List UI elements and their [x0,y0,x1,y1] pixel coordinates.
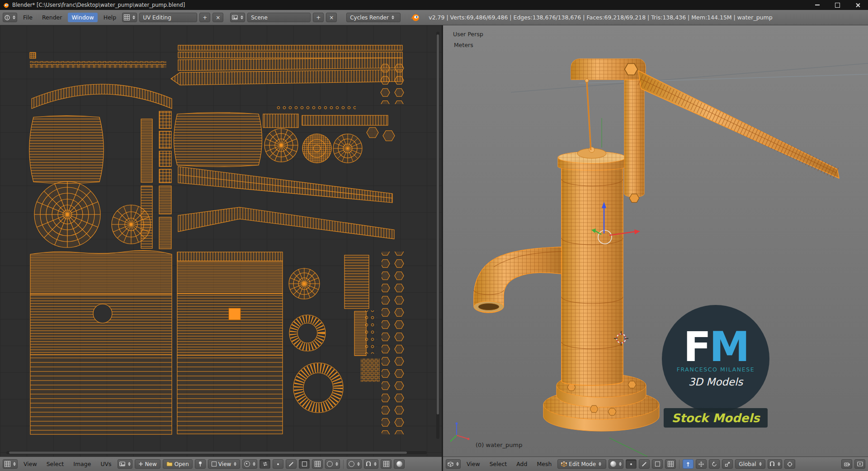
stock-models-text: Stock Models [671,411,760,425]
folder-icon [166,461,173,466]
select-mode-face-button[interactable] [652,459,663,469]
maximize-icon [835,3,840,8]
snap-toggle-button[interactable] [768,459,782,469]
render-opengl-button[interactable] [841,459,852,469]
scale-icon [725,461,730,467]
scene-name: Scene [251,14,268,21]
water-pump-mesh[interactable] [474,59,839,431]
dropdown-arrows-icon [234,462,236,466]
limit-to-visible-button[interactable] [665,459,676,469]
sticky-selection-select[interactable] [325,459,340,469]
editor-type-uv-button[interactable] [3,459,18,469]
uv-horizontal-scrollbar-thumb[interactable] [9,452,407,454]
image-new-button[interactable]: New [135,459,160,469]
uv-sync-selection-toggle[interactable] [259,459,270,469]
uv-display-mode-select[interactable]: View [208,459,240,469]
view3d-menu-view[interactable]: View [463,459,484,469]
edge-select-icon [642,462,646,466]
close-button[interactable] [848,0,868,10]
uv-select-face-button[interactable] [299,459,310,469]
menu-file[interactable]: File [19,13,36,22]
select-mode-edge-button[interactable] [639,459,650,469]
view3d-menu-add[interactable]: Add [513,459,531,469]
image-open-label: Open [175,461,189,467]
uv-select-island-button[interactable] [312,459,323,469]
menu-window[interactable]: Window [68,13,97,22]
pump-piston-rod [585,79,591,150]
view3d-menu-mesh[interactable]: Mesh [533,459,555,469]
dropdown-arrows-icon [13,462,16,466]
uv-editor-icon [5,461,10,467]
uv-horizontal-scrollbar[interactable] [6,451,427,454]
uv-image-editor[interactable] [0,25,442,457]
image-browse-button[interactable] [118,459,132,469]
image-new-label: New [145,461,157,467]
scopes-icon [396,461,402,467]
magnet-icon [769,461,775,467]
maximize-button[interactable] [827,0,848,10]
minimize-button[interactable] [807,0,827,10]
scene-browse-button[interactable] [230,13,245,22]
dropdown-arrows-icon [778,462,780,466]
uv-vertical-scrollbar-thumb[interactable] [437,34,439,414]
fm-logo-m: M [709,323,748,371]
uv-menu-select[interactable]: Select [43,459,68,469]
transform-orientation-select[interactable]: Global [735,459,765,469]
window-title: Blender* [C:\Users\franc\Desktop\water_p… [12,2,185,8]
uv-render-slot-button[interactable] [381,459,392,469]
fm-tagline: 3D Models [689,376,743,388]
screen-layout-name-field[interactable]: UV Editing [139,13,197,22]
manipulator-translate-button[interactable] [696,459,707,469]
image-open-button[interactable]: Open [163,459,193,469]
viewport-3d[interactable]: User Persp Meters (0) water_pump FM FRAN… [443,25,868,457]
render-opengl-anim-button[interactable] [854,459,865,469]
menu-help[interactable]: Help [100,13,120,22]
uv-select-edge-button[interactable] [286,459,297,469]
pump-body-cylinder [561,164,623,385]
scene-add-button[interactable]: + [313,13,324,22]
screen-layout-add-button[interactable]: + [199,13,210,22]
manipulator-rotate-button[interactable] [709,459,720,469]
uv-scopes-button[interactable] [394,459,405,469]
image-pin-button[interactable] [195,459,206,469]
dropdown-arrows-icon [357,462,360,466]
uv-menu-view[interactable]: View [20,459,41,469]
editor-type-3dview-button[interactable] [446,459,461,469]
uv-menu-image[interactable]: Image [70,459,94,469]
render-engine-select[interactable]: Cycles Render [346,13,401,22]
minimize-icon [815,5,820,5]
menu-render[interactable]: Render [38,13,66,22]
dropdown-arrows-icon [392,15,394,20]
pane-splitter[interactable] [442,25,443,471]
view3d-menu-select[interactable]: Select [486,459,511,469]
snap-target-select[interactable] [784,459,795,469]
units-label: Meters [454,42,473,48]
viewport-header: View Select Add Mesh Edit Mode [443,457,868,471]
proportional-edit-select[interactable] [347,459,362,469]
manipulator-scale-button[interactable] [722,459,733,469]
header-separator [343,460,344,469]
editor-type-info-button[interactable] [3,13,17,22]
uv-vertical-scrollbar[interactable] [436,32,439,439]
screen-layout-delete-button[interactable]: × [212,13,223,22]
uv-editor-header: View Select Image UVs New Open View [0,457,442,471]
uv-layout-canvas[interactable] [0,25,442,457]
view3d-editor-icon [448,461,453,467]
snap-target-icon [787,461,793,467]
pivot-center-select[interactable] [242,459,257,469]
mode-value: Edit Mode [569,461,596,467]
display-mode-icon [212,461,217,466]
snap-toggle-button[interactable] [364,459,378,469]
uv-menu-uvs[interactable]: UVs [97,459,115,469]
manipulator-toggle-button[interactable] [683,459,693,469]
scene-name-field[interactable]: Scene [247,13,311,22]
vertex-select-icon [277,463,279,465]
viewport-shading-select[interactable] [609,459,623,469]
mode-select[interactable]: Edit Mode [557,459,606,469]
viewport-scene-canvas[interactable] [443,25,868,457]
screen-layout-browse-button[interactable] [122,13,137,22]
scene-delete-button[interactable]: × [326,13,337,22]
edit-mode-cube-icon [561,461,567,467]
uv-select-vertex-button[interactable] [273,459,283,469]
select-mode-vertex-button[interactable] [626,459,637,469]
